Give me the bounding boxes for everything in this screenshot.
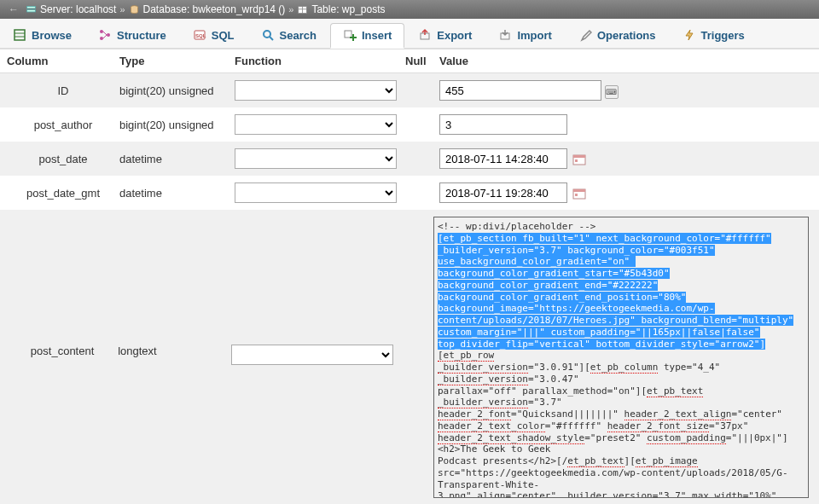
tab-label: Browse: [32, 29, 72, 42]
svg-rect-27: [573, 189, 585, 192]
svg-point-9: [100, 30, 103, 33]
sql-icon: SQL: [193, 28, 206, 42]
tab-label: SQL: [212, 29, 235, 42]
svg-line-13: [103, 35, 107, 38]
tab-triggers[interactable]: Triggers: [670, 22, 758, 48]
header-value: Value: [439, 55, 819, 67]
tab-insert[interactable]: Insert: [330, 23, 404, 49]
column-name: post_content: [0, 217, 118, 357]
database-icon: [129, 4, 140, 15]
breadcrumb: ← Server: localhost » Database: bwkeeton…: [0, 0, 819, 19]
structure-icon: [98, 28, 112, 42]
tab-structure[interactable]: Structure: [85, 22, 179, 48]
column-type: datetime: [119, 187, 235, 200]
column-type: bigint(20) unsigned: [119, 119, 235, 131]
tab-label: Insert: [362, 29, 392, 42]
insert-icon: [343, 29, 357, 43]
tab-operations[interactable]: Operations: [566, 22, 669, 48]
value-input[interactable]: [439, 148, 567, 169]
tab-export[interactable]: Export: [405, 22, 485, 48]
svg-rect-0: [27, 6, 36, 8]
breadcrumb-database[interactable]: Database: bwkeeton_wrdp14 (): [143, 3, 286, 15]
calendar-icon[interactable]: [572, 153, 586, 165]
svg-rect-1: [27, 9, 36, 11]
svg-rect-25: [575, 159, 578, 162]
function-select[interactable]: [235, 148, 397, 169]
breadcrumb-sep: »: [119, 4, 125, 14]
calendar-icon[interactable]: [572, 187, 586, 200]
svg-rect-6: [15, 30, 25, 40]
tab-label: Structure: [117, 29, 166, 42]
tab-label: Import: [517, 29, 551, 42]
column-name: post_date: [0, 153, 119, 165]
svg-point-11: [107, 33, 110, 37]
tab-sql[interactable]: SQL SQL: [180, 22, 247, 48]
breadcrumb-sep2: »: [288, 4, 293, 14]
column-type: datetime: [119, 153, 235, 165]
operations-icon: [578, 28, 592, 42]
header-type: Type: [119, 55, 235, 67]
header-null: Null: [405, 55, 439, 67]
function-select[interactable]: [235, 114, 397, 135]
svg-line-12: [103, 32, 107, 35]
breadcrumb-table[interactable]: Table: wp_posts: [311, 3, 385, 15]
column-type: bigint(20) unsigned: [119, 84, 235, 97]
tab-search[interactable]: Search: [248, 22, 329, 48]
value-textarea[interactable]: <!-- wp:divi/placeholder --> [et_pb_sect…: [433, 217, 809, 498]
export-icon: [418, 28, 432, 42]
breadcrumb-server[interactable]: Server: localhost: [40, 3, 116, 15]
tab-label: Triggers: [701, 29, 745, 42]
svg-point-16: [264, 31, 270, 38]
search-icon: [261, 28, 275, 42]
function-select[interactable]: [235, 182, 397, 203]
import-icon: [498, 28, 512, 42]
row-post-content: post_content longtext <!-- wp:divi/place…: [0, 210, 819, 504]
header-column: Column: [0, 55, 119, 67]
tabs-bar: Browse Structure SQL SQL Search Insert E…: [0, 19, 819, 49]
row-post-author: post_author bigint(20) unsigned: [0, 107, 819, 142]
value-input[interactable]: [439, 80, 601, 101]
function-select[interactable]: [235, 80, 397, 101]
row-post-date: post_date datetime: [0, 142, 819, 176]
svg-rect-18: [345, 31, 351, 38]
header-function: Function: [235, 55, 405, 67]
tab-label: Search: [280, 29, 317, 42]
column-name: ID: [0, 84, 119, 97]
tab-browse[interactable]: Browse: [0, 22, 84, 48]
browse-icon: [13, 28, 26, 42]
table-header: Column Type Function Null Value: [0, 49, 819, 73]
value-input[interactable]: [439, 114, 567, 135]
svg-rect-24: [573, 155, 585, 158]
server-icon: [26, 4, 37, 15]
tab-import[interactable]: Import: [485, 22, 564, 48]
value-input[interactable]: [439, 182, 567, 203]
row-id: ID bigint(20) unsigned ⌨: [0, 73, 819, 107]
svg-point-10: [100, 37, 103, 40]
column-name: post_author: [0, 119, 119, 131]
table-icon: [297, 4, 308, 15]
svg-line-17: [270, 37, 273, 40]
keyboard-icon[interactable]: ⌨: [605, 85, 619, 99]
tab-label: Export: [437, 29, 472, 42]
breadcrumb-back[interactable]: ←: [5, 3, 22, 15]
triggers-icon: [682, 28, 696, 42]
row-post-date-gmt: post_date_gmt datetime: [0, 176, 819, 210]
column-type: longtext: [118, 217, 231, 357]
function-select[interactable]: [231, 345, 393, 365]
svg-text:SQL: SQL: [195, 33, 206, 38]
column-name: post_date_gmt: [0, 187, 119, 200]
tab-label: Operations: [597, 29, 656, 42]
svg-rect-28: [575, 194, 578, 196]
